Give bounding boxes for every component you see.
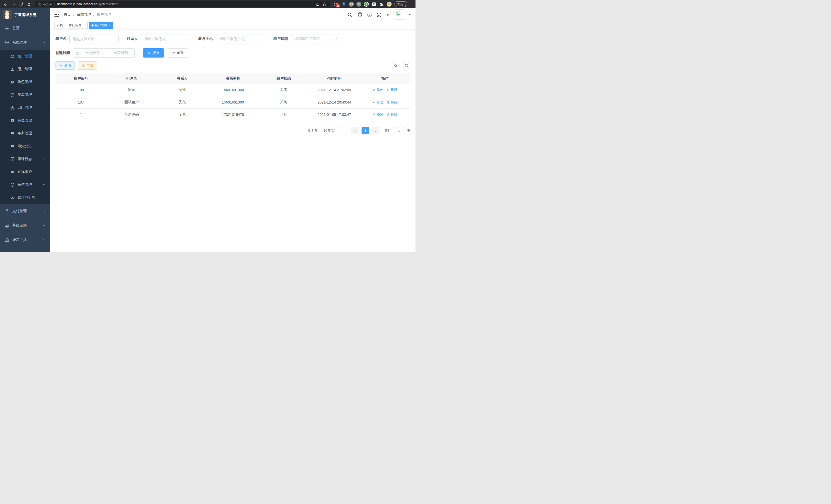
sidebar-item-dict[interactable]: 字典管理 <box>0 127 50 140</box>
breadcrumb-home[interactable]: 首页 <box>64 12 71 17</box>
extension-flag-icon[interactable] <box>371 2 376 7</box>
extension-balloon-icon[interactable] <box>341 2 346 7</box>
refresh-table-button[interactable] <box>403 62 410 69</box>
sidebar-item-label: 短信管理 <box>18 182 32 187</box>
sidebar-item-post[interactable]: 岗位管理 <box>0 114 50 127</box>
browser-menu-kebab-icon[interactable] <box>405 3 405 6</box>
mobile-input[interactable] <box>216 34 265 43</box>
contact-label: 联系人 <box>127 36 138 41</box>
extension-y-icon[interactable]: Y <box>364 2 369 7</box>
extension-command-icon[interactable]: ⌘ <box>349 2 354 7</box>
sidebar-item-label: 租户管理 <box>18 54 32 59</box>
status-select-placeholder: 请选择租户状态 <box>294 36 320 41</box>
contact-input[interactable] <box>141 34 190 43</box>
download-icon <box>82 64 85 67</box>
export-button[interactable]: 导出 <box>78 61 97 69</box>
sidebar-item-menu[interactable]: 菜单管理 <box>0 88 50 101</box>
header-search-icon[interactable] <box>347 12 352 17</box>
sidebar-item-label: 通知公告 <box>18 144 32 148</box>
badge-icon <box>10 118 15 123</box>
sidebar-item-audit-log[interactable]: 审计日志 <box>0 153 50 166</box>
goto-page-input[interactable] <box>393 127 405 135</box>
sidebar-item-pay[interactable]: ¥ 支付管理 <box>0 204 50 218</box>
create-time-range-picker[interactable]: 开始日期 - 结束日期 <box>73 48 135 58</box>
tenant-name-label: 租户名 <box>56 36 66 41</box>
sidebar-item-error-code[interactable]: 错误码管理 <box>0 191 50 204</box>
cell-tenant-id: 107 <box>56 96 106 109</box>
sidebar-item-sms[interactable]: 短信管理 <box>0 178 50 191</box>
date-range-separator: - <box>106 51 107 55</box>
sidebar-item-user[interactable]: 用户管理 <box>0 63 50 76</box>
fullscreen-icon[interactable] <box>377 12 382 17</box>
sidebar-item-dept[interactable]: 部门管理 <box>0 101 50 114</box>
status-label: 租户状态 <box>274 36 288 41</box>
browser-forward-button[interactable] <box>10 1 17 7</box>
avatar-caret-icon[interactable] <box>408 13 411 16</box>
table-row: 107 测试租户 秃头 15601691300 关闭 2021-12-14 20… <box>56 96 410 109</box>
github-icon[interactable] <box>357 12 363 17</box>
sidebar-item-label: 研发工具 <box>12 238 27 242</box>
browser-home-button[interactable] <box>26 1 32 7</box>
toggle-search-button[interactable] <box>392 62 400 69</box>
search-button[interactable]: 搜索 <box>143 48 164 58</box>
user-avatar[interactable] <box>395 9 405 20</box>
pagination: 共 3 条 10条/页 1 前往 <box>56 127 410 135</box>
bookmark-star-button[interactable] <box>321 1 327 7</box>
tab-home[interactable]: 首页 <box>55 22 65 29</box>
address-bar[interactable]: 不安全 dashboard.yudao.iocoder.cn/system/te… <box>35 1 331 7</box>
sidebar-item-home[interactable]: 首页 <box>0 21 50 35</box>
trash-icon <box>387 101 390 104</box>
next-page-button[interactable] <box>372 127 379 135</box>
sidebar-item-infra[interactable]: 基础设施 <box>0 218 50 233</box>
close-icon[interactable] <box>83 24 85 27</box>
extensions-puzzle-icon[interactable] <box>379 2 384 7</box>
sidebar-item-label: 系统管理 <box>12 40 27 45</box>
tab-dept[interactable]: 部门管理 <box>67 22 88 29</box>
cell-contact: 测试 <box>157 84 208 96</box>
sidebar: 芋道管理系统 首页 系统管理 <box>0 8 50 252</box>
breadcrumb-system[interactable]: 系统管理 <box>77 12 91 17</box>
sidebar-item-label: 用户管理 <box>18 67 32 71</box>
share-button[interactable] <box>315 1 321 7</box>
browser-update-button[interactable]: 更新 <box>394 1 407 7</box>
delete-link[interactable]: 删除 <box>387 112 398 117</box>
extension-green-dot-icon[interactable] <box>356 2 361 7</box>
status-select[interactable]: 请选择租户状态 <box>291 34 340 43</box>
cell-tenant-name: 测试租户 <box>106 96 157 109</box>
browser-back-button[interactable] <box>3 1 9 7</box>
sidebar-item-tenant[interactable]: 租户管理 <box>0 50 50 63</box>
browser-reload-button[interactable] <box>18 1 24 7</box>
sidebar-item-system[interactable]: 系统管理 <box>0 35 50 50</box>
profile-avatar-icon[interactable] <box>387 2 392 7</box>
tenant-name-input[interactable] <box>69 34 119 43</box>
tab-tenant[interactable]: 租户管理 <box>89 22 113 29</box>
add-button[interactable]: 新增 <box>56 61 75 69</box>
sidebar-item-devtools[interactable]: 研发工具 <box>0 233 50 247</box>
extension-devtools-icon[interactable]: 10 <box>334 2 339 7</box>
pagination-goto: 前往 页 <box>384 127 410 135</box>
security-label: 不安全 <box>43 2 52 6</box>
edit-link[interactable]: 修改 <box>372 88 383 92</box>
prev-page-button[interactable] <box>351 127 359 135</box>
reset-button[interactable]: 重置 <box>167 48 188 58</box>
font-size-icon[interactable]: tT <box>387 12 390 17</box>
audit-log-icon <box>10 157 15 161</box>
delete-link[interactable]: 删除 <box>387 88 398 92</box>
trash-icon <box>387 113 390 116</box>
help-icon[interactable]: ? <box>368 12 372 17</box>
edit-link[interactable]: 修改 <box>372 112 383 117</box>
table-toolbar: 新增 导出 <box>56 61 410 69</box>
sidebar-item-notice[interactable]: 通知公告 <box>0 140 50 153</box>
sidebar-item-online-users[interactable]: 在线用户 <box>0 166 50 178</box>
delete-link[interactable]: 删除 <box>387 100 398 105</box>
edit-link[interactable]: 修改 <box>372 100 383 105</box>
close-icon[interactable] <box>109 24 111 27</box>
page-size-select[interactable]: 10条/页 <box>321 127 346 135</box>
mobile-label: 联系手机 <box>198 36 213 41</box>
cell-created: 2021-01-05 17:03:47 <box>309 109 360 121</box>
end-date-placeholder: 结束日期 <box>110 51 132 55</box>
page-number-1[interactable]: 1 <box>362 127 369 135</box>
sidebar-logo[interactable]: 芋道管理系统 <box>0 8 50 21</box>
sidebar-item-role[interactable]: 角色管理 <box>0 76 50 88</box>
sidebar-collapse-button[interactable] <box>54 12 60 18</box>
